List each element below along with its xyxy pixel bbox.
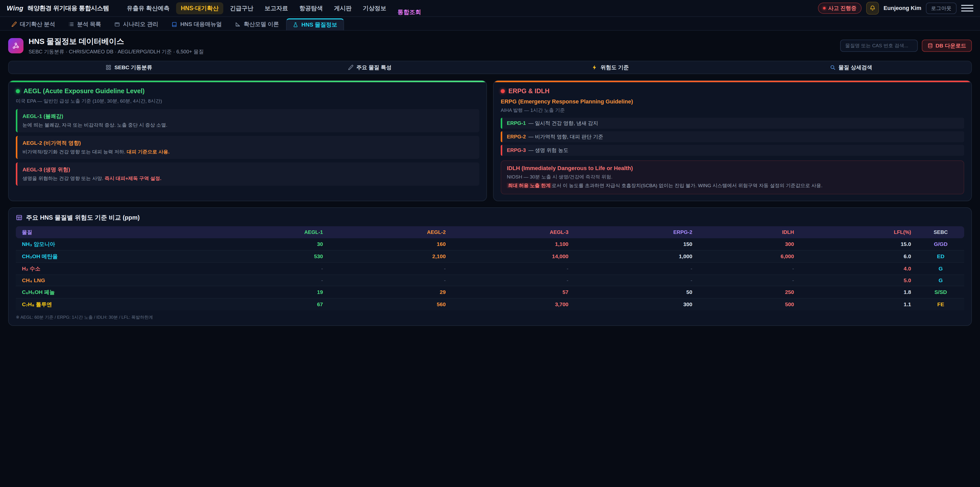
nav-item-oil-spill[interactable]: 유출유 확산예측 (122, 2, 174, 14)
aegl-level-2-desc: 비가역적/장기화 건강 영향 또는 대피 능력 저하. 대피 기준으로 사용. (22, 148, 474, 155)
page-header: HNS 물질정보 데이터베이스 SEBC 기동분류 · CHRIS/CAMEO … (0, 30, 980, 60)
app-logo: Wing (6, 4, 24, 12)
substance-search-input[interactable] (840, 40, 918, 52)
hazard-table-title-row: 주요 HNS 물질별 위험도 기준 비교 (ppm) (16, 214, 964, 222)
substance-name: C₆H₅OH 페놀 (16, 286, 207, 298)
section-nav-detail-search[interactable]: 물질 상세검색 (731, 61, 971, 73)
sebc-badge: G (917, 275, 964, 286)
idlh-body-text: 로서 이 농도를 초과하면 자급식 호흡장치(SCBA) 없이는 진입 불가. … (552, 183, 822, 188)
erpg-level-3-desc: — 생명 위험 농도 (528, 147, 568, 154)
erpg-level-1-desc: — 일시적 건강 영향, 냄새 감지 (528, 120, 598, 127)
erpg2-value: 50 (574, 286, 698, 298)
idlh-body: 최대 허용 노출 한계로서 이 농도를 초과하면 자급식 호흡장치(SCBA) … (507, 182, 958, 189)
notifications-button[interactable] (866, 2, 879, 14)
erpg-heading: ERPG (Emergency Response Planning Guidel… (501, 98, 964, 105)
erpg2-value: 1,000 (574, 250, 698, 262)
col-aegl1: AEGL-1 (207, 226, 329, 238)
substance-name: CH₃OH 메탄올 (16, 250, 207, 262)
section-nav-properties[interactable]: 주요 물질 특성 (249, 61, 490, 73)
erpg2-value: - (574, 262, 698, 275)
main-nav: 유출유 확산예측 HNS·대기확산 긴급구난 보고자료 항공탐색 게시판 기상정… (122, 2, 426, 14)
aegl2-value: 560 (329, 298, 452, 310)
aegl-level-2-name: AEGL-2 (비가역적 영향) (22, 139, 474, 147)
section-nav-label: SEBC 기동분류 (115, 64, 152, 71)
tab-model-theory[interactable]: 확산모델 이론 (229, 18, 285, 30)
aegl-level-3-desc: 생명을 위협하는 건강 영향 또는 사망. 즉시 대피+제독 구역 설정. (22, 175, 474, 182)
nav-item-board[interactable]: 게시판 (329, 2, 356, 14)
top-navbar: Wing 해양환경 위기대응 통합시스템 유출유 확산예측 HNS·대기확산 긴… (0, 0, 980, 17)
incident-status-badge[interactable]: 사고 진행중 (818, 3, 862, 14)
erpg-card-body: ERPG & IDLH ERPG (Emergency Response Pla… (493, 82, 971, 201)
table-row-lng: CH₄ LNG - - - - - 5.0 G (16, 275, 964, 286)
tab-analysis-list[interactable]: 분석 목록 (62, 18, 107, 30)
aegl-level-3-box: AEGL-3 (생명 위험) 생명을 위협하는 건강 영향 또는 사망. 즉시 … (16, 163, 479, 186)
section-nav-hazard-criteria[interactable]: 위험도 기준 (490, 61, 731, 73)
tab-label: 분석 목록 (77, 21, 101, 28)
substance-name: CH₄ LNG (16, 275, 207, 286)
aegl1-value: 67 (207, 298, 329, 310)
hazard-table-rows: NH₃ 암모니아 30 160 1,100 150 300 15.0 G/GD … (16, 238, 964, 310)
erpg-idlh-card: ERPG & IDLH ERPG (Emergency Response Pla… (493, 80, 972, 201)
page-title: HNS 물질정보 데이터베이스 (29, 36, 204, 47)
col-sebc: SEBC (917, 226, 964, 238)
aegl1-value: 19 (207, 286, 329, 298)
idlh-heading: IDLH (Immediately Dangerous to Life or H… (507, 165, 958, 172)
idlh-emphasis: 최대 허용 노출 한계 (507, 183, 552, 188)
tab-label: HNS 물질정보 (301, 21, 337, 29)
tab-hns-substance-info[interactable]: HNS 물질정보 (286, 18, 344, 30)
aegl-card-subtitle: 미국 EPA — 일반인 급성 노출 기준 (10분, 30분, 60분, 4시… (16, 98, 479, 104)
nav-item-weather[interactable]: 기상정보 (358, 2, 391, 14)
tab-scenario-management[interactable]: 시나리오 관리 (108, 18, 164, 30)
section-nav: SEBC 기동분류 주요 물질 특성 위험도 기준 물질 상세검색 (8, 61, 972, 74)
nav-item-integrated-search[interactable]: 통합조회 (393, 6, 426, 10)
idlh-value: 500 (698, 298, 800, 310)
idlh-value: - (698, 262, 800, 275)
nav-item-reports[interactable]: 보고자료 (260, 2, 293, 14)
erpg-level-3-row: ERPG-3 — 생명 위험 농도 (501, 145, 964, 156)
idlh-value: - (698, 275, 800, 286)
idlh-box: IDLH (Immediately Dangerous to Life or H… (501, 160, 964, 194)
aegl-card: AEGL (Acute Exposure Guideline Level) 미국… (8, 80, 487, 201)
table-row-hydrogen: H₂ 수소 - - - - - 4.0 G (16, 262, 964, 275)
tab-dispersion-analysis[interactable]: 대기확산 분석 (5, 18, 61, 30)
erpg-title-row: ERPG & IDLH (501, 87, 964, 95)
sebc-badge: G (917, 262, 964, 275)
hamburger-icon (961, 5, 974, 6)
erpg-level-1-row: ERPG-1 — 일시적 건강 영향, 냄새 감지 (501, 118, 964, 129)
aegl-level-1-box: AEGL-1 (불쾌감) 눈에 띄는 불쾌감, 자극 또는 비감각적 증상. 노… (16, 109, 479, 132)
section-nav-label: 주요 물질 특성 (356, 64, 392, 71)
aegl3-value: 57 (452, 286, 574, 298)
idlh-value: 250 (698, 286, 800, 298)
criteria-cards-row: AEGL (Acute Exposure Guideline Level) 미국… (8, 80, 972, 201)
table-row-methanol: CH₃OH 메탄올 530 2,100 14,000 1,000 6,000 6… (16, 250, 964, 262)
idlh-value: 300 (698, 238, 800, 250)
idlh-subtitle: NIOSH — 30분 노출 시 생명/건강에 즉각적 위험. (507, 174, 958, 180)
nav-item-rescue[interactable]: 긴급구난 (225, 2, 258, 14)
aegl1-value: - (207, 262, 329, 275)
aegl-level-3-emphasis: 즉시 대피+제독 구역 설정. (105, 176, 161, 181)
aegl2-value: 160 (329, 238, 452, 250)
lfl-value: 6.0 (800, 250, 917, 262)
sebc-badge: ED (917, 250, 964, 262)
incident-label: 사고 진행중 (828, 5, 856, 12)
lfl-value: 1.8 (800, 286, 917, 298)
brand[interactable]: Wing 해양환경 위기대응 통합시스템 (6, 4, 109, 12)
col-lfl: LFL(%) (800, 226, 917, 238)
aegl1-value: 30 (207, 238, 329, 250)
molecule-icon (12, 42, 20, 49)
db-download-button[interactable]: DB 다운로드 (922, 40, 972, 52)
triangle-ruler-icon (235, 21, 241, 27)
logout-button[interactable]: 로그아웃 (926, 3, 956, 14)
tab-label: 대기확산 분석 (20, 21, 55, 28)
nav-item-hns-dispersion[interactable]: HNS·대기확산 (176, 2, 223, 14)
red-dot-icon (501, 89, 505, 93)
hamburger-menu-button[interactable] (961, 3, 974, 14)
db-download-label: DB 다운로드 (935, 42, 966, 49)
aegl3-value: - (452, 275, 574, 286)
lfl-value: 1.1 (800, 298, 917, 310)
nav-item-aerial-search[interactable]: 항공탐색 (295, 2, 328, 14)
section-nav-sebc[interactable]: SEBC 기동분류 (9, 61, 249, 73)
erpg-level-2-row: ERPG-2 — 비가역적 영향, 대피 판단 기준 (501, 131, 964, 142)
aegl-title-row: AEGL (Acute Exposure Guideline Level) (16, 87, 479, 95)
tab-hns-manual[interactable]: HNS 대응매뉴얼 (165, 18, 228, 30)
